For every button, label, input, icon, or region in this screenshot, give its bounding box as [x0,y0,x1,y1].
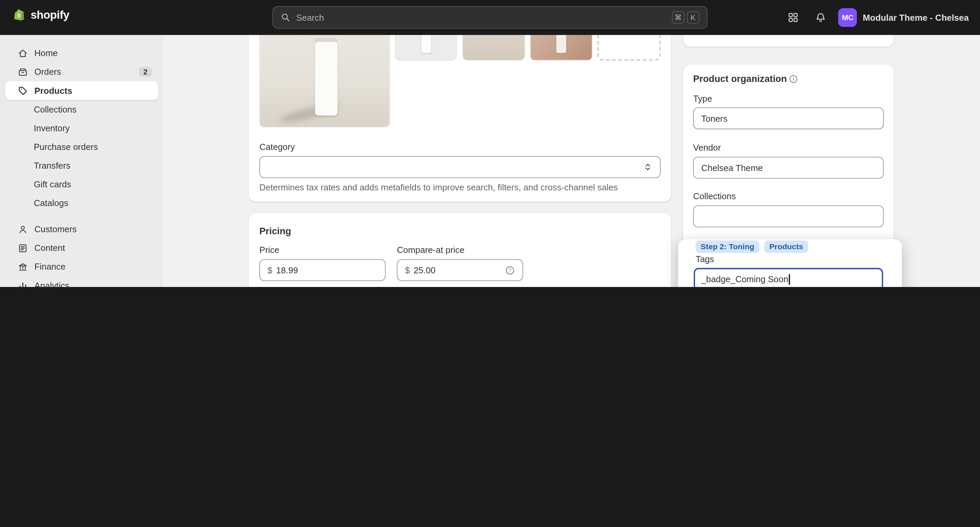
compare-at-value: 25.00 [414,265,436,275]
orders-icon [18,67,28,77]
tags-input-value: _badge_Coming Soon [701,274,788,284]
sidebar-nav: Home Orders 2 Products Collections Inven… [0,35,163,287]
vendor-value: Chelsea Theme [701,162,763,172]
store-name: Modular Theme - Chelsea [862,13,969,22]
sidebar-item-transfers[interactable]: Transfers [5,156,158,175]
topbar-actions: MC Modular Theme - Chelsea [783,0,969,35]
info-icon[interactable] [789,75,798,84]
home-icon [18,48,28,59]
svg-text:S: S [18,13,21,18]
sidebar-item-analytics[interactable]: Analytics [5,276,158,287]
pricing-title: Pricing [259,225,291,236]
collections-input[interactable] [693,205,884,227]
topbar: S shopify Search ⌘ K [0,0,980,35]
text-cursor [789,274,790,284]
sidebar-label: Purchase orders [34,142,98,152]
shopify-bag-icon: S [13,8,26,22]
thumbnail-bottle [421,35,431,53]
product-edit-page: Category Determines tax rates and adds m… [163,35,980,287]
media-thumbnail-2[interactable] [463,35,525,60]
thumbnail-bottle [556,35,566,53]
sidebar-label: Home [34,48,58,58]
currency-prefix: $ [405,265,410,275]
type-label: Type [693,94,712,104]
help-icon[interactable]: ? [505,265,515,275]
product-main-image[interactable] [259,35,390,127]
media-thumbnail-1[interactable] [395,35,457,60]
k-key: K [687,11,700,24]
tags-input[interactable]: _badge_Coming Soon [694,268,883,287]
svg-text:?: ? [508,267,511,273]
category-helper-text: Determines tax rates and adds metafields… [259,182,662,192]
sidebar-item-collections[interactable]: Collections [5,100,158,119]
finance-icon [18,262,28,272]
type-value: Toners [701,113,727,123]
global-search-input[interactable]: Search ⌘ K [272,6,708,29]
sidebar-label: Finance [34,262,65,271]
sidebar-label: Orders [34,67,61,77]
shopify-wordmark: shopify [30,8,69,22]
organization-title: Product organization [693,73,787,84]
media-card: Category Determines tax rates and adds m… [249,35,671,202]
compare-at-label: Compare-at price [397,245,465,255]
shopify-admin-window: S shopify Search ⌘ K [0,0,980,287]
compare-at-input[interactable]: $ 25.00 ? [397,259,523,281]
price-label: Price [259,245,279,255]
sidebar-item-content[interactable]: Content [5,239,158,257]
shopify-logo[interactable]: S shopify [13,8,69,22]
collections-label: Collections [693,191,736,201]
collection-chip[interactable]: Products [764,240,808,253]
orders-count-badge: 2 [139,67,152,77]
sidebar-label: Customers [34,224,76,234]
bottle-shape [315,42,337,116]
search-icon [281,13,291,22]
category-label: Category [259,142,295,152]
media-thumbnail-3[interactable] [530,35,593,60]
command-key: ⌘ [672,11,684,24]
vendor-input[interactable]: Chelsea Theme [693,157,884,178]
sidebar-item-inventory[interactable]: Inventory [5,119,158,137]
sidebar-item-orders[interactable]: Orders 2 [5,63,158,81]
analytics-icon [18,280,28,287]
notifications-bell-icon[interactable] [811,8,831,27]
sidebar-label: Inventory [34,123,70,133]
account-menu[interactable]: MC Modular Theme - Chelsea [838,8,969,27]
sidebar-item-products[interactable]: Products [5,81,158,100]
category-select[interactable] [259,156,660,178]
vendor-label: Vendor [693,143,721,152]
sidebar-label: Collections [34,105,76,114]
sidebar-label: Content [34,243,65,252]
products-tag-icon [18,85,28,96]
sidebar-item-home[interactable]: Home [5,44,158,63]
pricing-card: Pricing Price Compare-at price $ 18.99 $… [249,213,671,287]
currency-prefix: $ [267,265,272,275]
sidebar-label: Products [34,86,72,95]
collection-chips: Step 2: Toning Products [695,240,808,253]
price-input[interactable]: $ 18.99 [259,259,385,281]
status-card-partial [683,35,894,47]
price-value: 18.99 [276,265,298,275]
sidebar-label: Transfers [34,160,70,170]
sidebar-label: Gift cards [34,179,71,189]
collection-chip[interactable]: Step 2: Toning [695,240,759,253]
tags-spotlight-panel: Step 2: Toning Products Tags _badge_Comi… [678,239,902,287]
search-shortcut: ⌘ K [672,11,699,24]
customers-icon [18,224,28,234]
sidebar-item-finance[interactable]: Finance [5,257,158,276]
chevron-up-down-icon [643,162,653,172]
sidebar-item-purchase-orders[interactable]: Purchase orders [5,137,158,156]
tags-label: Tags [695,254,714,264]
sidebar-label: Catalogs [34,198,68,208]
search-placeholder: Search [296,13,324,22]
add-media-tile[interactable] [598,35,661,60]
sidebar-label: Analytics [34,281,69,287]
type-input[interactable]: Toners [693,108,884,129]
sidebar-item-catalogs[interactable]: Catalogs [5,194,158,212]
store-avatar: MC [838,8,857,27]
sidebar-item-gift-cards[interactable]: Gift cards [5,175,158,194]
apps-grid-icon[interactable] [783,8,803,27]
content-icon [18,243,28,253]
sidebar-item-customers[interactable]: Customers [5,220,158,239]
